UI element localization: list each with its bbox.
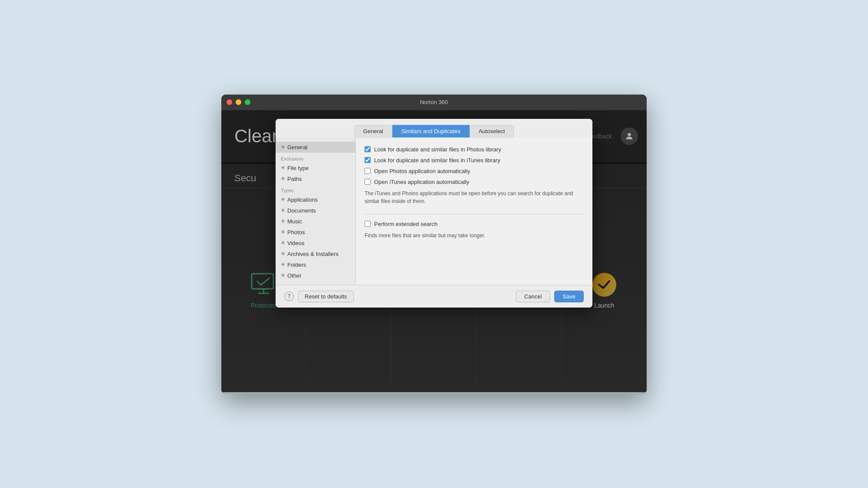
tab-autoselect[interactable]: Autoselect: [470, 125, 514, 138]
gear-icon-videos: ✳: [281, 240, 285, 246]
minimize-button[interactable]: [236, 99, 241, 105]
gear-icon-folders: ✳: [281, 262, 285, 268]
tab-general[interactable]: General: [354, 125, 392, 138]
reset-button[interactable]: Reset to defaults: [298, 291, 354, 302]
help-button[interactable]: ?: [284, 291, 294, 301]
gear-icon-music: ✳: [281, 218, 285, 224]
modal-content: Look for duplicate and similar files in …: [356, 138, 592, 285]
check-photos-library[interactable]: [365, 146, 371, 152]
modal-overlay: General Similars and Duplicates Autosele…: [221, 110, 647, 394]
modal-tabs: General Similars and Duplicates Autosele…: [276, 119, 592, 138]
sidebar-item-archives[interactable]: ✳ Archives & Installers: [276, 249, 355, 259]
sidebar-item-photos[interactable]: ✳ Photos: [276, 227, 355, 238]
sidebar-item-general[interactable]: ✳ General: [276, 142, 355, 153]
sidebar-section-types: Types: [276, 184, 355, 194]
check-open-itunes-label: Open iTunes application automatically: [374, 179, 469, 185]
title-bar: Norton 360: [221, 95, 647, 110]
preferences-modal: General Similars and Duplicates Autosele…: [276, 119, 592, 308]
modal-footer: ? Reset to defaults Cancel Save: [276, 285, 592, 308]
checkbox-photos-library: Look for duplicate and similar files in …: [365, 146, 584, 153]
gear-icon-paths: ✳: [281, 176, 285, 182]
gear-icon-archives: ✳: [281, 251, 285, 257]
tab-similars-duplicates[interactable]: Similars and Duplicates: [392, 125, 470, 138]
check-open-photos-label: Open Photos application automatically: [374, 168, 470, 174]
check-open-itunes[interactable]: [365, 179, 371, 185]
app-window: Norton 360 Clean Feedback Secu: [221, 95, 647, 394]
content-separator: [365, 214, 584, 214]
sidebar-item-applications[interactable]: ✳ Applications: [276, 194, 355, 205]
gear-icon-filetype: ✳: [281, 165, 285, 171]
check-open-photos[interactable]: [365, 168, 371, 174]
sidebar-item-documents[interactable]: ✳ Documents: [276, 205, 355, 216]
save-button[interactable]: Save: [554, 291, 584, 302]
gear-icon-photos: ✳: [281, 229, 285, 235]
check-photos-library-label: Look for duplicate and similar files in …: [374, 146, 501, 153]
gear-icon-general: ✳: [281, 144, 285, 150]
gear-icon-other: ✳: [281, 272, 285, 278]
sidebar-item-other[interactable]: ✳ Other: [276, 270, 355, 281]
cancel-button[interactable]: Cancel: [516, 291, 550, 302]
check-extended-search-label: Perform extended search: [374, 221, 437, 227]
extended-search-info: Finds more files that are similar but ma…: [365, 232, 584, 239]
checkbox-open-photos: Open Photos application automatically: [365, 168, 584, 174]
checkbox-open-itunes: Open iTunes application automatically: [365, 179, 584, 185]
sidebar-item-filetype[interactable]: ✳ File type: [276, 163, 355, 174]
sidebar-item-paths[interactable]: ✳ Paths: [276, 174, 355, 184]
modal-sidebar: ✳ General Exclusions ✳ File type ✳ Paths: [276, 138, 356, 285]
check-itunes-library[interactable]: [365, 157, 371, 163]
traffic-lights: [227, 99, 250, 105]
gear-icon-documents: ✳: [281, 207, 285, 213]
sidebar-item-music[interactable]: ✳ Music: [276, 216, 355, 227]
modal-body: ✳ General Exclusions ✳ File type ✳ Paths: [276, 138, 592, 285]
app-body: Clean Feedback Secu: [221, 110, 647, 394]
modal-footer-right: Cancel Save: [516, 291, 584, 302]
modal-footer-left: ? Reset to defaults: [284, 291, 354, 302]
gear-icon-applications: ✳: [281, 197, 285, 203]
sidebar-item-folders[interactable]: ✳ Folders: [276, 259, 355, 270]
checkbox-extended-search: Perform extended search: [365, 221, 584, 227]
window-title: Norton 360: [420, 99, 448, 105]
close-button[interactable]: [227, 99, 232, 105]
sidebar-item-videos[interactable]: ✳ Videos: [276, 238, 355, 249]
maximize-button[interactable]: [245, 99, 250, 105]
library-info-text: The iTunes and Photos applications must …: [365, 190, 584, 205]
checkbox-itunes-library: Look for duplicate and similar files in …: [365, 157, 584, 164]
check-extended-search[interactable]: [365, 221, 371, 227]
sidebar-section-exclusions: Exclusions: [276, 153, 355, 163]
check-itunes-library-label: Look for duplicate and similar files in …: [374, 157, 500, 164]
